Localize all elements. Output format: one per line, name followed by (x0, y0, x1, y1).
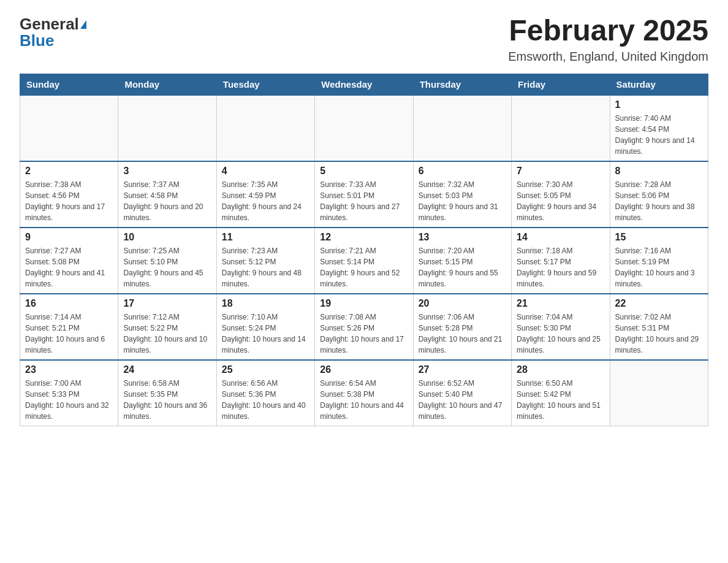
calendar-cell: 14Sunrise: 7:18 AMSunset: 5:17 PMDayligh… (512, 228, 610, 294)
day-number: 3 (123, 166, 211, 177)
day-info: Sunrise: 7:30 AMSunset: 5:05 PMDaylight:… (517, 179, 604, 223)
day-info: Sunrise: 7:21 AMSunset: 5:14 PMDaylight:… (320, 245, 408, 289)
calendar-cell (315, 95, 413, 161)
calendar-cell: 19Sunrise: 7:08 AMSunset: 5:26 PMDayligh… (315, 294, 413, 360)
day-info: Sunrise: 7:10 AMSunset: 5:24 PMDaylight:… (222, 312, 309, 356)
calendar-header-row: SundayMondayTuesdayWednesdayThursdayFrid… (20, 74, 708, 95)
calendar-cell (118, 95, 216, 161)
calendar-cell (512, 95, 610, 161)
calendar-cell: 12Sunrise: 7:21 AMSunset: 5:14 PMDayligh… (315, 228, 413, 294)
day-number: 19 (320, 298, 408, 309)
day-info: Sunrise: 6:56 AMSunset: 5:36 PMDaylight:… (222, 378, 309, 422)
day-number: 4 (222, 166, 309, 177)
day-info: Sunrise: 7:27 AMSunset: 5:08 PMDaylight:… (25, 245, 113, 289)
calendar-cell: 18Sunrise: 7:10 AMSunset: 5:24 PMDayligh… (216, 294, 314, 360)
day-info: Sunrise: 7:06 AMSunset: 5:28 PMDaylight:… (419, 312, 506, 356)
page-header: General Blue February 2025 Emsworth, Eng… (20, 15, 708, 64)
day-header-saturday: Saturday (610, 74, 708, 95)
day-number: 24 (123, 364, 211, 375)
calendar-week-row: 23Sunrise: 7:00 AMSunset: 5:33 PMDayligh… (20, 360, 708, 426)
calendar-cell: 28Sunrise: 6:50 AMSunset: 5:42 PMDayligh… (512, 360, 610, 426)
day-number: 21 (517, 298, 604, 309)
calendar-cell: 25Sunrise: 6:56 AMSunset: 5:36 PMDayligh… (216, 360, 314, 426)
calendar-cell (216, 95, 314, 161)
calendar-cell: 9Sunrise: 7:27 AMSunset: 5:08 PMDaylight… (20, 228, 118, 294)
calendar-cell: 26Sunrise: 6:54 AMSunset: 5:38 PMDayligh… (315, 360, 413, 426)
day-number: 23 (25, 364, 113, 375)
day-header-monday: Monday (118, 74, 216, 95)
day-header-tuesday: Tuesday (216, 74, 314, 95)
logo-blue: Blue (20, 31, 87, 50)
calendar-week-row: 1Sunrise: 7:40 AMSunset: 4:54 PMDaylight… (20, 95, 708, 161)
day-info: Sunrise: 7:23 AMSunset: 5:12 PMDaylight:… (222, 245, 309, 289)
calendar-cell: 15Sunrise: 7:16 AMSunset: 5:19 PMDayligh… (610, 228, 708, 294)
calendar-cell: 17Sunrise: 7:12 AMSunset: 5:22 PMDayligh… (118, 294, 216, 360)
calendar-cell: 22Sunrise: 7:02 AMSunset: 5:31 PMDayligh… (610, 294, 708, 360)
calendar-cell: 23Sunrise: 7:00 AMSunset: 5:33 PMDayligh… (20, 360, 118, 426)
day-info: Sunrise: 6:58 AMSunset: 5:35 PMDaylight:… (123, 378, 211, 422)
day-info: Sunrise: 7:16 AMSunset: 5:19 PMDaylight:… (615, 245, 703, 289)
day-info: Sunrise: 7:08 AMSunset: 5:26 PMDaylight:… (320, 312, 408, 356)
day-info: Sunrise: 7:35 AMSunset: 4:59 PMDaylight:… (222, 179, 309, 223)
calendar-cell: 13Sunrise: 7:20 AMSunset: 5:15 PMDayligh… (413, 228, 511, 294)
day-number: 17 (123, 298, 211, 309)
calendar-week-row: 9Sunrise: 7:27 AMSunset: 5:08 PMDaylight… (20, 228, 708, 294)
day-number: 18 (222, 298, 309, 309)
day-info: Sunrise: 7:32 AMSunset: 5:03 PMDaylight:… (419, 179, 506, 223)
day-info: Sunrise: 7:33 AMSunset: 5:01 PMDaylight:… (320, 179, 408, 223)
calendar-cell: 21Sunrise: 7:04 AMSunset: 5:30 PMDayligh… (512, 294, 610, 360)
day-info: Sunrise: 7:25 AMSunset: 5:10 PMDaylight:… (123, 245, 211, 289)
day-number: 14 (517, 232, 604, 243)
day-info: Sunrise: 7:14 AMSunset: 5:21 PMDaylight:… (25, 312, 113, 356)
day-info: Sunrise: 7:12 AMSunset: 5:22 PMDaylight:… (123, 312, 211, 356)
calendar-cell: 8Sunrise: 7:28 AMSunset: 5:06 PMDaylight… (610, 161, 708, 228)
day-info: Sunrise: 7:02 AMSunset: 5:31 PMDaylight:… (615, 312, 703, 356)
day-info: Sunrise: 7:28 AMSunset: 5:06 PMDaylight:… (615, 179, 703, 223)
calendar-cell: 24Sunrise: 6:58 AMSunset: 5:35 PMDayligh… (118, 360, 216, 426)
day-number: 1 (615, 99, 703, 110)
title-block: February 2025 Emsworth, England, United … (508, 15, 708, 64)
calendar-cell (413, 95, 511, 161)
calendar-cell: 27Sunrise: 6:52 AMSunset: 5:40 PMDayligh… (413, 360, 511, 426)
day-number: 10 (123, 232, 211, 243)
day-header-wednesday: Wednesday (315, 74, 413, 95)
day-number: 26 (320, 364, 408, 375)
day-number: 11 (222, 232, 309, 243)
day-info: Sunrise: 6:54 AMSunset: 5:38 PMDaylight:… (320, 378, 408, 422)
day-number: 13 (419, 232, 506, 243)
day-number: 28 (517, 364, 604, 375)
page-subtitle: Emsworth, England, United Kingdom (508, 50, 708, 64)
calendar-cell: 3Sunrise: 7:37 AMSunset: 4:58 PMDaylight… (118, 161, 216, 228)
day-number: 5 (320, 166, 408, 177)
day-info: Sunrise: 7:40 AMSunset: 4:54 PMDaylight:… (615, 113, 703, 157)
day-info: Sunrise: 6:50 AMSunset: 5:42 PMDaylight:… (517, 378, 604, 422)
calendar-cell (610, 360, 708, 426)
day-number: 27 (419, 364, 506, 375)
logo-triangle-icon (80, 20, 86, 29)
calendar-table: SundayMondayTuesdayWednesdayThursdayFrid… (20, 74, 708, 426)
day-number: 6 (419, 166, 506, 177)
calendar-cell: 11Sunrise: 7:23 AMSunset: 5:12 PMDayligh… (216, 228, 314, 294)
day-number: 16 (25, 298, 113, 309)
day-header-thursday: Thursday (413, 74, 511, 95)
page-title: February 2025 (508, 15, 708, 47)
calendar-cell: 10Sunrise: 7:25 AMSunset: 5:10 PMDayligh… (118, 228, 216, 294)
day-number: 25 (222, 364, 309, 375)
day-info: Sunrise: 7:38 AMSunset: 4:56 PMDaylight:… (25, 179, 113, 223)
day-number: 20 (419, 298, 506, 309)
day-number: 12 (320, 232, 408, 243)
day-info: Sunrise: 7:04 AMSunset: 5:30 PMDaylight:… (517, 312, 604, 356)
day-number: 2 (25, 166, 113, 177)
day-header-friday: Friday (512, 74, 610, 95)
day-info: Sunrise: 7:18 AMSunset: 5:17 PMDaylight:… (517, 245, 604, 289)
day-number: 15 (615, 232, 703, 243)
calendar-cell: 5Sunrise: 7:33 AMSunset: 5:01 PMDaylight… (315, 161, 413, 228)
day-number: 9 (25, 232, 113, 243)
day-info: Sunrise: 6:52 AMSunset: 5:40 PMDaylight:… (419, 378, 506, 422)
calendar-week-row: 16Sunrise: 7:14 AMSunset: 5:21 PMDayligh… (20, 294, 708, 360)
day-number: 22 (615, 298, 703, 309)
calendar-cell: 7Sunrise: 7:30 AMSunset: 5:05 PMDaylight… (512, 161, 610, 228)
day-number: 8 (615, 166, 703, 177)
day-header-sunday: Sunday (20, 74, 118, 95)
logo: General Blue (20, 15, 87, 50)
